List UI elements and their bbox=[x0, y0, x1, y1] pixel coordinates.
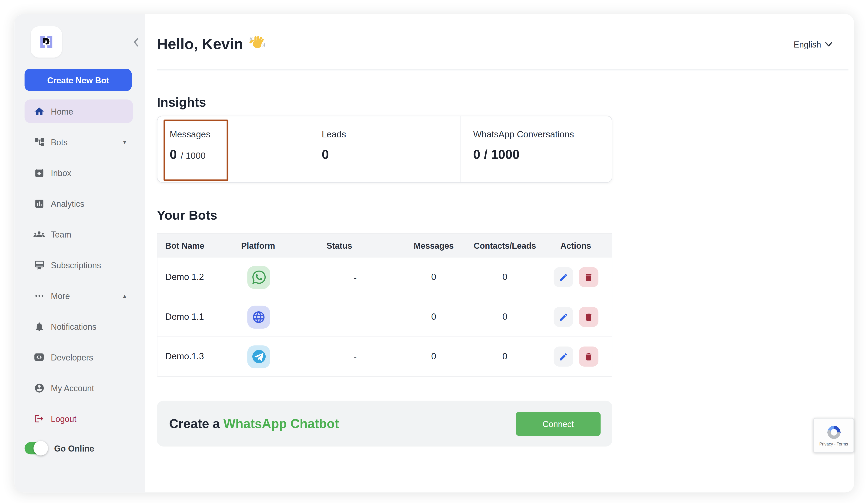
stat-leads: Leads 0 bbox=[309, 116, 460, 182]
cta-prefix: Create a bbox=[169, 416, 220, 431]
table-header-row: Bot Name Platform Status Messages Contac… bbox=[157, 233, 612, 258]
stat-whatsapp-conversations: WhatsApp Conversations 0 / 1000 bbox=[460, 116, 612, 182]
bot-messages: 0 bbox=[397, 312, 470, 322]
sidebar-item-label: Logout bbox=[51, 414, 76, 423]
sidebar-collapse-button[interactable] bbox=[130, 36, 142, 48]
bot-status: - bbox=[313, 272, 397, 282]
sidebar-item-logout[interactable]: Logout bbox=[25, 407, 133, 430]
sidebar-item-label: Notifications bbox=[51, 322, 96, 331]
sidebar-item-label: Subscriptions bbox=[51, 260, 101, 270]
pencil-icon bbox=[558, 312, 568, 322]
bot-name: Demo 1.1 bbox=[157, 312, 233, 322]
sidebar-item-my-account[interactable]: My Account bbox=[25, 376, 133, 400]
go-online-row: Go Online bbox=[25, 442, 145, 454]
create-new-bot-button[interactable]: Create New Bot bbox=[25, 69, 132, 91]
go-online-toggle[interactable] bbox=[25, 442, 47, 454]
sidebar-item-label: My Account bbox=[51, 383, 94, 393]
stat-label: Messages bbox=[170, 130, 309, 140]
column-header: Status bbox=[313, 241, 397, 250]
connect-button[interactable]: Connect bbox=[516, 412, 601, 436]
team-icon bbox=[33, 229, 45, 240]
delete-bot-button[interactable] bbox=[579, 346, 598, 366]
sidebar-item-bots[interactable]: Bots ▾ bbox=[25, 130, 133, 154]
sidebar-item-more[interactable]: More ▴ bbox=[25, 284, 133, 308]
sidebar-item-label: Bots bbox=[51, 137, 68, 147]
column-header: Contacts/Leads bbox=[470, 241, 540, 250]
insights-card: Messages 0 / 1000 Leads 0 WhatsApp Conve… bbox=[157, 116, 612, 183]
home-icon bbox=[33, 106, 45, 117]
trash-icon bbox=[583, 352, 593, 361]
sidebar-item-label: Team bbox=[51, 229, 71, 239]
pencil-icon bbox=[558, 272, 568, 282]
table-row: Demo 1.1 - 0 0 bbox=[157, 297, 612, 336]
stat-value: 0 bbox=[170, 147, 177, 162]
bot-contacts: 0 bbox=[470, 312, 540, 322]
greeting-text: Hello, Kevin bbox=[157, 36, 243, 53]
recaptcha-icon bbox=[826, 424, 841, 440]
person-circle-icon bbox=[33, 382, 45, 394]
inbox-icon bbox=[33, 167, 45, 178]
stat-value: 0 bbox=[322, 147, 329, 162]
column-header: Bot Name bbox=[157, 241, 233, 250]
column-header: Messages bbox=[397, 241, 470, 250]
bot-messages: 0 bbox=[397, 352, 470, 362]
more-dots-icon bbox=[33, 290, 45, 301]
stat-messages: Messages 0 / 1000 bbox=[157, 116, 309, 182]
page-header: Hello, Kevin bbox=[157, 34, 848, 54]
chevron-down-icon bbox=[825, 42, 832, 47]
bots-table: Bot Name Platform Status Messages Contac… bbox=[157, 233, 612, 377]
cta-title: Create a WhatsApp Chatbot bbox=[169, 416, 339, 431]
bots-icon bbox=[33, 137, 45, 148]
trash-icon bbox=[583, 312, 593, 322]
edit-bot-button[interactable] bbox=[554, 267, 573, 287]
whatsapp-icon bbox=[247, 266, 270, 289]
bell-icon bbox=[33, 321, 45, 332]
chevron-left-icon bbox=[133, 37, 138, 47]
pencil-icon bbox=[558, 352, 568, 361]
chevron-up-icon: ▴ bbox=[123, 292, 126, 299]
page-title: Hello, Kevin bbox=[157, 34, 265, 54]
sidebar-item-home[interactable]: Home bbox=[25, 99, 133, 123]
sidebar-item-notifications[interactable]: Notifications bbox=[25, 315, 133, 338]
botpenguin-logo-icon bbox=[31, 26, 62, 58]
edit-bot-button[interactable] bbox=[554, 346, 573, 366]
sidebar-item-analytics[interactable]: Analytics bbox=[25, 192, 133, 215]
sidebar-item-team[interactable]: Team bbox=[25, 222, 133, 246]
edit-bot-button[interactable] bbox=[554, 307, 573, 327]
waving-hand-icon bbox=[249, 34, 265, 54]
sidebar-item-developers[interactable]: Developers bbox=[25, 345, 133, 369]
app-root: Create New Bot Home Bots ▾ bbox=[0, 0, 868, 503]
sidebar-item-label: Home bbox=[51, 107, 73, 116]
stat-label: Leads bbox=[322, 130, 460, 140]
code-icon bbox=[33, 352, 45, 363]
stat-value: 0 / 1000 bbox=[473, 147, 519, 162]
your-bots-title: Your Bots bbox=[157, 208, 848, 223]
sidebar: Create New Bot Home Bots ▾ bbox=[14, 14, 145, 492]
app-card: Create New Bot Home Bots ▾ bbox=[14, 14, 854, 492]
delete-bot-button[interactable] bbox=[579, 307, 598, 327]
sidebar-item-label: More bbox=[51, 291, 70, 300]
column-header: Actions bbox=[540, 241, 612, 250]
bot-status: - bbox=[313, 352, 397, 361]
sidebar-item-label: Analytics bbox=[51, 199, 84, 208]
sidebar-item-subscriptions[interactable]: Subscriptions bbox=[25, 253, 133, 276]
subscriptions-icon bbox=[33, 259, 45, 271]
whatsapp-cta-card: Create a WhatsApp Chatbot Connect bbox=[157, 401, 612, 447]
globe-icon bbox=[247, 305, 270, 328]
telegram-icon bbox=[247, 345, 270, 368]
delete-bot-button[interactable] bbox=[579, 267, 598, 287]
column-header: Platform bbox=[233, 241, 313, 250]
table-row: Demo.1.3 - 0 0 bbox=[157, 336, 612, 376]
analytics-icon bbox=[33, 198, 45, 209]
bot-name: Demo 1.2 bbox=[157, 272, 233, 282]
language-dropdown[interactable]: English bbox=[794, 39, 832, 49]
sidebar-item-inbox[interactable]: Inbox bbox=[25, 161, 133, 184]
header-divider bbox=[157, 69, 848, 71]
language-label: English bbox=[794, 39, 821, 49]
sidebar-item-label: Inbox bbox=[51, 168, 71, 178]
recaptcha-label: Privacy - Terms bbox=[819, 442, 848, 447]
bot-status: - bbox=[313, 312, 397, 322]
recaptcha-badge[interactable]: Privacy - Terms bbox=[813, 418, 854, 453]
bot-messages: 0 bbox=[397, 272, 470, 282]
chevron-down-icon: ▾ bbox=[123, 139, 126, 145]
